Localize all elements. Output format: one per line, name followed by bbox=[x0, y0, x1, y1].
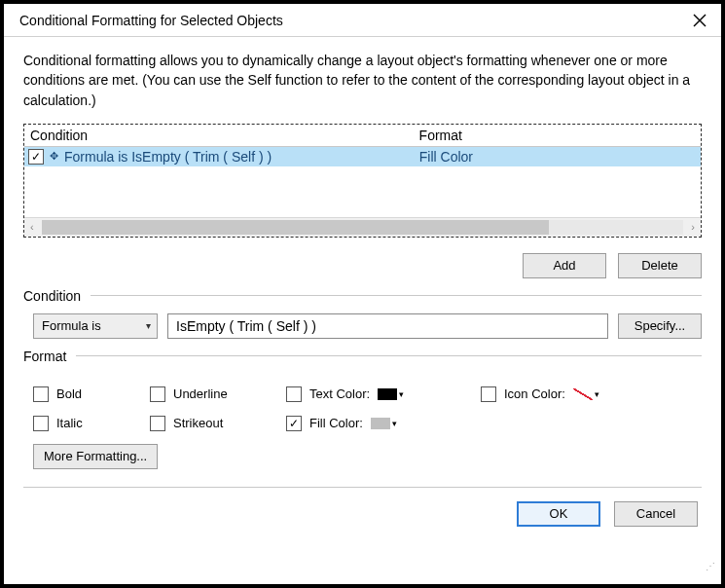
chevron-down-icon: ▾ bbox=[392, 419, 397, 428]
close-button[interactable] bbox=[688, 9, 711, 32]
titlebar: Conditional Formatting for Selected Obje… bbox=[4, 4, 721, 37]
cancel-button[interactable]: Cancel bbox=[614, 501, 698, 527]
add-button[interactable]: Add bbox=[523, 253, 606, 278]
ok-button[interactable]: OK bbox=[517, 501, 600, 527]
condition-expression-value: IsEmpty ( Trim ( Self ) ) bbox=[176, 318, 316, 334]
horizontal-scrollbar[interactable]: ‹ › bbox=[24, 217, 701, 237]
strikeout-checkbox[interactable] bbox=[150, 416, 165, 431]
condition-type-select[interactable]: Formula is ▾ bbox=[33, 313, 158, 339]
more-formatting-button[interactable]: More Formatting... bbox=[33, 444, 158, 469]
scroll-thumb[interactable] bbox=[42, 220, 549, 235]
scroll-right-icon[interactable]: › bbox=[691, 221, 695, 233]
scroll-left-icon[interactable]: ‹ bbox=[30, 221, 34, 233]
divider bbox=[23, 487, 702, 488]
row-format-text: Fill Color bbox=[419, 149, 701, 165]
window-title: Conditional Formatting for Selected Obje… bbox=[19, 13, 283, 28]
specify-button[interactable]: Specify... bbox=[618, 313, 702, 339]
row-checkbox[interactable]: ✓ bbox=[28, 149, 44, 165]
strikeout-label: Strikeout bbox=[173, 416, 223, 430]
chevron-down-icon: ▾ bbox=[399, 389, 404, 399]
italic-label: Italic bbox=[56, 416, 83, 430]
condition-row[interactable]: ✓ ✥ Formula is IsEmpty ( Trim ( Self ) )… bbox=[24, 147, 701, 166]
italic-checkbox[interactable] bbox=[33, 416, 49, 431]
bold-label: Bold bbox=[56, 386, 82, 401]
icon-color-checkbox[interactable] bbox=[481, 386, 496, 402]
header-format: Format bbox=[419, 128, 701, 143]
fill-color-swatch[interactable]: ▾ bbox=[371, 417, 398, 430]
text-color-swatch[interactable]: ▾ bbox=[378, 387, 405, 401]
text-color-label: Text Color: bbox=[309, 386, 370, 401]
row-condition-text: Formula is IsEmpty ( Trim ( Self ) ) bbox=[64, 149, 419, 165]
divider bbox=[91, 295, 702, 296]
delete-button[interactable]: Delete bbox=[618, 253, 702, 278]
drag-handle-icon[interactable]: ✥ bbox=[50, 150, 58, 163]
conditions-list[interactable]: Condition Format ✓ ✥ Formula is IsEmpty … bbox=[23, 124, 702, 238]
icon-color-swatch[interactable]: ▾ bbox=[573, 387, 600, 401]
divider bbox=[76, 355, 702, 356]
header-condition: Condition bbox=[30, 128, 419, 143]
close-icon bbox=[693, 14, 707, 27]
text-color-checkbox[interactable] bbox=[286, 386, 302, 402]
condition-expression-input[interactable]: IsEmpty ( Trim ( Self ) ) bbox=[167, 313, 608, 339]
fill-color-label: Fill Color: bbox=[309, 416, 363, 430]
resize-grip-icon[interactable]: ⋰ bbox=[702, 565, 715, 578]
condition-type-value: Formula is bbox=[42, 318, 101, 333]
icon-color-box bbox=[573, 388, 593, 400]
text-color-box bbox=[378, 388, 397, 400]
section-condition-label: Condition bbox=[23, 288, 81, 304]
bold-checkbox[interactable] bbox=[33, 386, 49, 402]
chevron-down-icon: ▾ bbox=[595, 389, 599, 399]
underline-checkbox[interactable] bbox=[150, 386, 165, 402]
fill-color-box bbox=[371, 418, 390, 429]
chevron-down-icon: ▾ bbox=[146, 320, 151, 331]
icon-color-label: Icon Color: bbox=[504, 386, 565, 401]
fill-color-checkbox[interactable]: ✓ bbox=[286, 416, 302, 431]
intro-text: Conditional formatting allows you to dyn… bbox=[23, 51, 702, 110]
section-format-label: Format bbox=[23, 349, 66, 364]
underline-label: Underline bbox=[173, 386, 228, 401]
list-header: Condition Format bbox=[24, 125, 701, 147]
